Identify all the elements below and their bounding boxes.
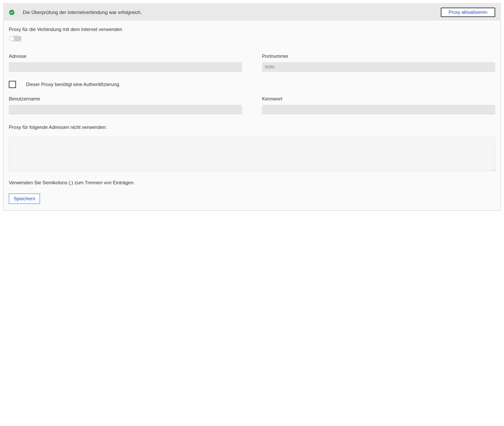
status-message: Die Überprüfung der Internetverbindung w… xyxy=(23,10,433,15)
address-port-row: Adresse Portnummer xyxy=(9,53,495,72)
password-col: Kennwort xyxy=(262,96,495,114)
auth-required-checkbox[interactable] xyxy=(9,81,16,88)
save-button[interactable]: Speichern xyxy=(9,193,40,204)
refresh-proxy-button[interactable]: Proxy aktualisieren xyxy=(441,7,495,17)
username-col: Benutzername xyxy=(9,96,242,114)
semicolon-hint: Verwenden Sie Semikolons (;) zum Trennen… xyxy=(9,180,495,185)
exclude-label: Proxy für folgende Adressen nicht verwen… xyxy=(9,124,495,130)
address-input[interactable] xyxy=(9,62,242,72)
svg-point-0 xyxy=(9,10,14,15)
success-check-icon xyxy=(9,9,15,15)
content-area: Proxy für die Verbindung mit dem Interne… xyxy=(4,21,500,210)
address-col: Adresse xyxy=(9,53,242,72)
port-col: Portnummer xyxy=(262,53,495,72)
port-input[interactable] xyxy=(262,62,495,72)
username-label: Benutzername xyxy=(9,96,242,102)
password-input[interactable] xyxy=(262,105,495,114)
auth-checkbox-row: Dieser Proxy benötigt eine Authentifizie… xyxy=(9,81,495,88)
status-bar: Die Überprüfung der Internetverbindung w… xyxy=(4,4,500,21)
toggle-thumb xyxy=(9,36,14,41)
use-proxy-label: Proxy für die Verbindung mit dem Interne… xyxy=(9,27,495,32)
password-label: Kennwort xyxy=(262,96,495,102)
exclude-addresses-textarea[interactable] xyxy=(9,137,495,171)
credentials-row: Benutzername Kennwort xyxy=(9,96,495,114)
panel-border: Die Überprüfung der Internetverbindung w… xyxy=(3,3,501,211)
port-label: Portnummer xyxy=(262,53,495,59)
auth-checkbox-label: Dieser Proxy benötigt eine Authentifizie… xyxy=(26,82,120,87)
address-label: Adresse xyxy=(9,53,242,59)
username-input[interactable] xyxy=(9,105,242,114)
use-proxy-toggle[interactable] xyxy=(9,36,21,42)
proxy-settings-panel: Die Überprüfung der Internetverbindung w… xyxy=(4,4,500,210)
